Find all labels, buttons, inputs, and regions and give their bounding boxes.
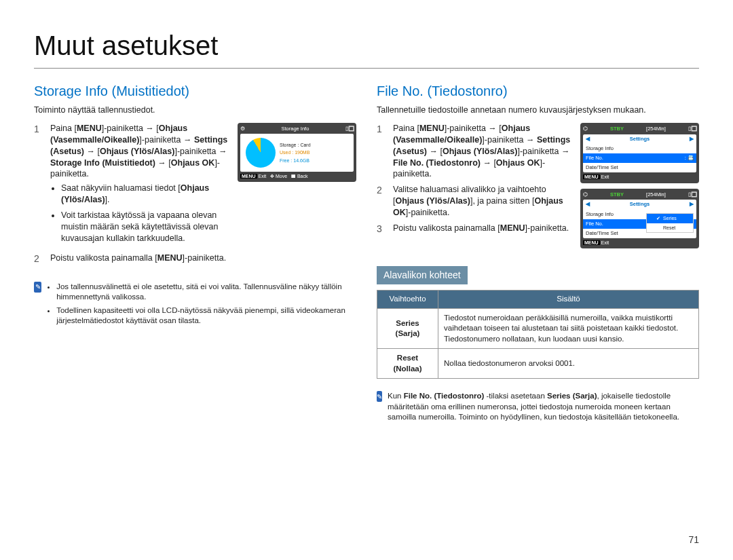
left-step-2: 2 Poistu valikosta painamalla [MENU]-pai… [34, 253, 231, 265]
nav-ud: Ohjaus (Ylös/Alas) [395, 196, 470, 206]
left-step-1: 1 Paina [MENU]-painiketta → [Ohjaus (Vas… [34, 123, 231, 248]
lcd-fileno-2: ⌬ STBY [254Min] ▯ 🔳 ◀ Settings ▶ Storage… [580, 189, 699, 249]
right-step-2: 2 Valitse haluamasi alivalikko ja vaihto… [377, 184, 574, 219]
text: Settings [630, 201, 650, 208]
check-icon: ✔ [656, 215, 660, 221]
text: Poistu valikosta painamalla [ [50, 253, 157, 263]
free-value: 14.6GB [293, 158, 309, 163]
lcd-fileno-1: ⌬ STBY [254Min] ▯ 🔳 ◀ Settings ▶ Storage… [580, 123, 699, 183]
page-title: Muut asetukset [34, 27, 699, 69]
submenu-item-series: ✔Series [647, 214, 693, 223]
text-bold: Series (Sarja) [547, 392, 597, 400]
option-desc: Tiedostot numeroidaan peräkkäisillä nume… [438, 308, 699, 349]
step-number: 1 [34, 123, 43, 136]
text: Paina [ [393, 124, 419, 133]
storage-label: Storage [280, 143, 297, 147]
text-bold: File No. (Tiedostonro) [404, 392, 485, 400]
page-number: 71 [688, 534, 699, 546]
menu-label: MENU [157, 253, 183, 263]
text: Poistu valikosta painamalla [ [393, 223, 500, 233]
text: ]-painiketta [102, 124, 143, 133]
nav-ud: Ohjaus (Ylös/Alas) [443, 147, 517, 156]
lcd-settings-header: ◀ Settings ▶ [583, 200, 696, 209]
storage-info-label: Storage Info (Muistitiedot) [50, 158, 155, 168]
submenu-item-reset: Reset [647, 223, 693, 232]
back-label: Back [297, 174, 308, 179]
note-bullet: Todellinen kapasiteetti voi olla LCD-näy… [56, 305, 356, 326]
note-box: ✎ Kun File No. (Tiedostonro) -tilaksi as… [377, 391, 699, 423]
text: -painiketta → [177, 147, 227, 156]
move-label: Move [276, 174, 287, 179]
lcd-item: Storage Info [583, 144, 696, 153]
camera-icon: ⌬ [583, 191, 588, 199]
submenu-popup: ✔Series Reset [646, 213, 694, 233]
menu-tag: MENU [583, 240, 600, 245]
used-label: Used [280, 150, 290, 155]
battery-icon: ▯ 🔳 [345, 126, 354, 132]
right-step-3: 3 Poistu valikosta painamalla [MENU]-pai… [377, 223, 574, 236]
text: Kun [388, 392, 404, 400]
step-number: 1 [377, 123, 386, 136]
nav-ud: Ohjaus (Ylös/Alas) [100, 147, 174, 156]
right-intro: Tallennetuille tiedostoille annetaan num… [377, 105, 699, 116]
text: Paina [ [50, 124, 77, 133]
submenu-heading-band: Alavalikon kohteet [377, 266, 468, 284]
pie-chart-icon [246, 138, 276, 168]
text: ]-painiketta. [183, 253, 227, 263]
right-column: File No. (Tiedostonro) Tallennetuille ti… [377, 82, 699, 423]
camera-icon: ⌬ [583, 126, 588, 133]
table-header-option: Vaihtoehto [377, 291, 438, 309]
free-label: Free [280, 158, 289, 163]
menu-label: MENU [419, 124, 445, 133]
text: ], ja paina sitten [ [470, 196, 535, 206]
text: ]-painiketta. [406, 208, 450, 217]
table-row: Series (Sarja) Tiedostot numeroidaan per… [377, 308, 699, 349]
fileno-label: File No. (Tiedostonro) [393, 158, 481, 168]
right-heading: File No. (Tiedostonro) [377, 82, 699, 100]
note-bullet: Jos tallennusvälinettä ei ole asetettu, … [56, 282, 356, 303]
lcd-item: Date/Time Set [583, 163, 696, 172]
option-label: Reset (Nollaa) [377, 349, 438, 379]
bullet: Voit tarkistaa käytössä ja vapaana oleva… [61, 210, 231, 244]
text: Reset [663, 225, 675, 231]
ok-label: Ohjaus OK [496, 158, 540, 168]
exit-label: Exit [601, 240, 609, 245]
text: Settings [630, 136, 650, 143]
stby-label: STBY [610, 191, 624, 198]
step-number: 2 [377, 184, 386, 197]
stby-label: STBY [610, 126, 624, 132]
exit-label: Exit [601, 174, 609, 179]
used-value: 190MB [295, 150, 309, 155]
text: painiketta [487, 135, 524, 145]
bullet: Saat näkyviin haluamasi tiedot [Ohjaus (… [61, 183, 231, 206]
left-intro: Toiminto näyttää tallennustiedot. [34, 105, 356, 116]
lcd-storage-info: ⚙ Storage Info ▯ 🔳 Storage : Card Used :… [238, 123, 356, 183]
text: File No. [586, 221, 603, 227]
table-header-content: Sisältö [438, 291, 699, 309]
lcd-title: Storage Info [282, 126, 309, 132]
right-step-1: 1 Paina [MENU]-painiketta → [Ohjaus (Vas… [377, 123, 574, 180]
lcd-settings-header: ◀ Settings ▶ [583, 134, 696, 144]
left-heading: Storage Info (Muistitiedot) [34, 82, 356, 100]
exit-label: Exit [259, 174, 267, 179]
menu-label: MENU [500, 223, 525, 233]
note-icon: ✎ [377, 391, 382, 402]
lcd-item-selected: File No.: 📇 [583, 153, 696, 163]
battery-icon: ▯ 🔳 [688, 191, 696, 198]
step-number: 3 [377, 223, 386, 236]
table-row: Reset (Nollaa) Nollaa tiedostonumeron ar… [377, 349, 699, 379]
text: -tilaksi asetetaan [484, 392, 547, 400]
note-box: ✎ Jos tallennusvälinettä ei ole asetettu… [34, 282, 356, 329]
left-column: Storage Info (Muistitiedot) Toiminto näy… [34, 82, 356, 423]
text: ]-painiketta [445, 124, 486, 133]
options-table: Vaihtoehto Sisältö Series (Sarja) Tiedos… [377, 290, 699, 379]
text: painiketta [145, 135, 181, 145]
menu-tag: MENU [240, 174, 257, 179]
sdcard-icon: : 📇 [685, 155, 694, 162]
step-number: 2 [34, 253, 43, 265]
menu-label: MENU [77, 124, 102, 133]
option-label: Series (Sarja) [377, 308, 438, 349]
text: File No. [586, 155, 603, 162]
menu-tag: MENU [583, 174, 600, 179]
text: Saat näkyviin haluamasi tiedot [61, 183, 176, 193]
